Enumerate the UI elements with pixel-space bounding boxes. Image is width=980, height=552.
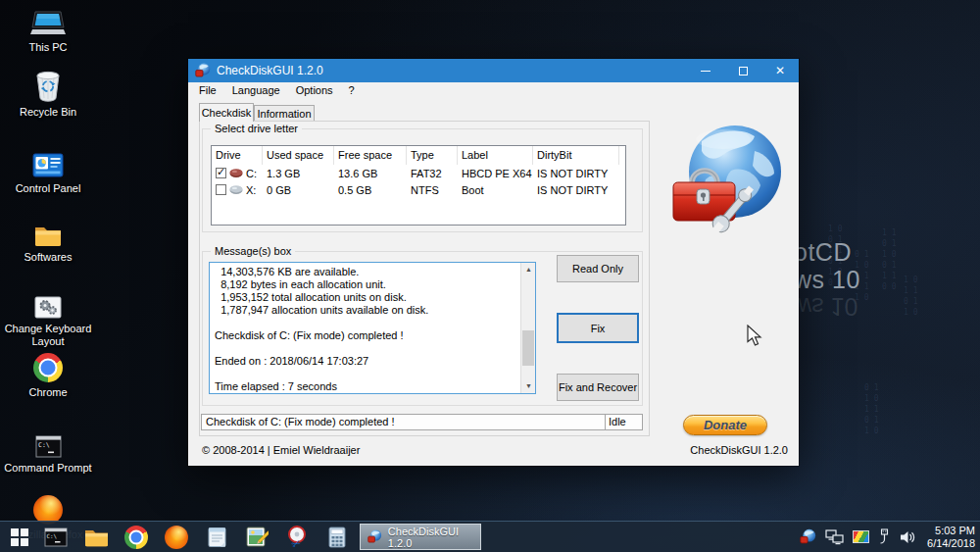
- firefox-icon: [165, 526, 188, 549]
- desktop-icon-this-pc[interactable]: This PC: [1, 4, 95, 54]
- taskbar: C:\: [0, 521, 980, 552]
- dirtybit-cell: IS NOT DIRTY: [533, 168, 619, 179]
- desktop-icon-label: Chrome: [1, 386, 95, 399]
- desktop-icon-label: This PC: [1, 41, 95, 54]
- folder-icon: [1, 214, 95, 247]
- taskbar-command-prompt[interactable]: C:\: [43, 525, 69, 550]
- taskbar-chrome[interactable]: [123, 525, 149, 550]
- wallpaper-text: ws 10: [794, 266, 860, 294]
- desktop-icon-change-keyboard-layout[interactable]: Change Keyboard Layout: [1, 285, 95, 348]
- donate-button[interactable]: Donate: [683, 415, 767, 435]
- drive-letter: C:: [246, 168, 257, 179]
- menu-file[interactable]: File: [191, 82, 224, 99]
- wallpaper-binary-decoration: 1 0 1 1 0 1 1 0: [904, 275, 917, 318]
- start-button[interactable]: [0, 522, 39, 552]
- maximize-icon: [739, 67, 748, 75]
- desktop-icon-recycle-bin[interactable]: Recycle Bin: [1, 69, 95, 119]
- column-header-dirtybit[interactable]: DirtyBit: [533, 146, 619, 165]
- svg-text:C:\: C:\: [38, 441, 50, 449]
- desktop-icon-label: Change Keyboard Layout: [1, 323, 95, 348]
- taskbar-file-explorer[interactable]: [83, 525, 109, 550]
- control-panel-icon: [1, 145, 95, 178]
- disk-icon: [229, 168, 243, 178]
- svg-text:C:\: C:\: [47, 532, 58, 538]
- type-cell: FAT32: [407, 168, 458, 179]
- tab-checkdisk[interactable]: Checkdisk: [199, 103, 254, 122]
- drive-row[interactable]: C: 1.3 GB 13.6 GB FAT32 HBCD PE X64 IS N…: [212, 165, 625, 181]
- menu-language[interactable]: Language: [224, 82, 288, 99]
- system-tray: 5:03 PM 6/14/2018: [800, 522, 975, 552]
- close-icon: ✕: [775, 65, 785, 76]
- desktop-icon-label: Command Prompt: [1, 462, 95, 475]
- recycle-bin-icon: [1, 69, 95, 102]
- status-state: Idle: [606, 415, 642, 429]
- clock-date: 6/14/2018: [927, 537, 975, 550]
- close-button[interactable]: ✕: [761, 59, 799, 82]
- tray-display-colors-icon[interactable]: [853, 530, 869, 543]
- status-message: Checkdisk of C: (Fix mode) completed !: [202, 415, 606, 429]
- checkdiskgui-window: CheckDiskGUI 1.2.0 ✕ File Language Optio…: [188, 59, 799, 466]
- wallpaper-text: otCD: [794, 238, 852, 267]
- desktop-icon-control-panel[interactable]: Control Panel: [1, 145, 95, 195]
- wallpaper-binary-decoration: 1 1 0 1 1 0 0 1 1 1 0 0: [882, 227, 896, 292]
- tab-information[interactable]: Information: [254, 105, 315, 122]
- maximize-button[interactable]: [724, 59, 761, 82]
- message-box[interactable]: 14,303,576 KB are available. 8,192 bytes…: [209, 262, 536, 394]
- used-space-cell: 0 GB: [263, 184, 334, 196]
- message-scrollbar[interactable]: ▲ ▼: [520, 263, 535, 393]
- column-header-free-space[interactable]: Free space: [334, 146, 407, 165]
- drive-checkbox[interactable]: [216, 168, 226, 178]
- desktop-icon-command-prompt[interactable]: C:\ Command Prompt: [1, 425, 95, 475]
- desktop-icon-label: Control Panel: [1, 182, 95, 195]
- fix-button[interactable]: Fix: [557, 313, 639, 343]
- dirtybit-cell: IS NOT DIRTY: [533, 184, 619, 196]
- column-header-type[interactable]: Type: [407, 146, 458, 165]
- message-text: 14,303,576 KB are available. 8,192 bytes…: [210, 263, 519, 393]
- checkdiskgui-logo: [670, 122, 786, 237]
- groupbox-label: Select drive letter: [211, 123, 302, 134]
- tray-checkdiskgui-globe-icon[interactable]: [800, 528, 816, 545]
- menu-options[interactable]: Options: [288, 82, 341, 99]
- column-header-used-space[interactable]: Used space: [263, 146, 334, 165]
- column-header-label[interactable]: Label: [458, 146, 533, 165]
- scroll-up-icon[interactable]: ▲: [521, 263, 536, 276]
- taskbar-checkdiskgui-button[interactable]: CheckDiskGUI 1.2.0: [360, 524, 481, 550]
- status-bar: Checkdisk of C: (Fix mode) completed ! I…: [201, 414, 643, 430]
- command-prompt-icon: C:\: [1, 425, 95, 458]
- taskbar-notepad[interactable]: [204, 525, 229, 550]
- menu-help[interactable]: ?: [341, 82, 363, 99]
- app-icon: [195, 63, 211, 78]
- drive-checkbox[interactable]: [216, 184, 226, 195]
- taskbar-clock[interactable]: 5:03 PM 6/14/2018: [924, 525, 975, 550]
- tray-usb-icon[interactable]: [878, 528, 891, 545]
- desktop-icon-chrome[interactable]: Chrome: [1, 349, 95, 399]
- taskbar-image-editor[interactable]: [244, 525, 270, 550]
- command-prompt-icon: C:\: [44, 527, 68, 547]
- drive-list[interactable]: Drive Used space Free space Type Label D…: [211, 145, 626, 226]
- taskbar-firefox[interactable]: [164, 525, 189, 550]
- calculator-icon: [328, 527, 346, 548]
- scrollbar-thumb[interactable]: [522, 330, 534, 366]
- fix-and-recover-button[interactable]: Fix and Recover: [557, 374, 639, 401]
- drive-list-header: Drive Used space Free space Type Label D…: [212, 146, 625, 165]
- checkdiskgui-icon: [368, 528, 382, 545]
- taskbar-disk-tool[interactable]: ✂: [284, 525, 310, 550]
- taskbar-calculator[interactable]: [324, 525, 350, 550]
- scroll-down-icon[interactable]: ▼: [521, 379, 536, 393]
- label-cell: HBCD PE X64: [458, 168, 533, 179]
- drive-row[interactable]: X: 0 GB 0.5 GB NTFS Boot IS NOT DIRTY: [212, 181, 625, 198]
- image-editor-icon: [246, 527, 269, 547]
- read-only-button[interactable]: Read Only: [557, 255, 639, 282]
- minimize-button[interactable]: [687, 59, 724, 82]
- windows-logo-icon: [11, 528, 28, 546]
- desktop-icon-softwares[interactable]: Softwares: [1, 214, 95, 264]
- tray-network-icon[interactable]: [825, 529, 844, 545]
- version-label: CheckDiskGUI 1.2.0: [690, 444, 788, 456]
- drive-letter: X:: [246, 184, 256, 196]
- window-title: CheckDiskGUI 1.2.0: [217, 64, 323, 77]
- copyright-label: © 2008-2014 | Emiel Wieldraaijer: [202, 444, 360, 456]
- column-header-drive[interactable]: Drive: [212, 146, 263, 165]
- menu-bar: File Language Options ?: [188, 82, 799, 99]
- tray-volume-icon[interactable]: [900, 529, 915, 545]
- gears-icon: [1, 285, 95, 319]
